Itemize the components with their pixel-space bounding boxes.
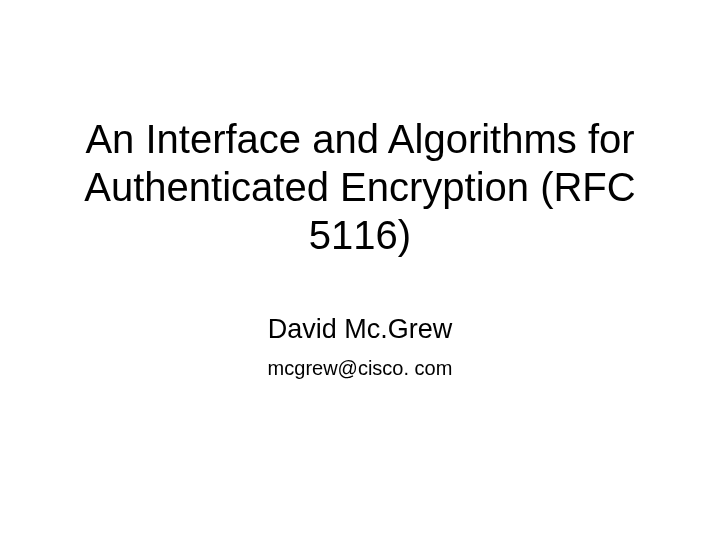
slide-author: David Mc.Grew bbox=[268, 314, 453, 345]
slide-email: mcgrew@cisco. com bbox=[268, 357, 453, 380]
slide-title: An Interface and Algorithms for Authenti… bbox=[60, 115, 660, 259]
